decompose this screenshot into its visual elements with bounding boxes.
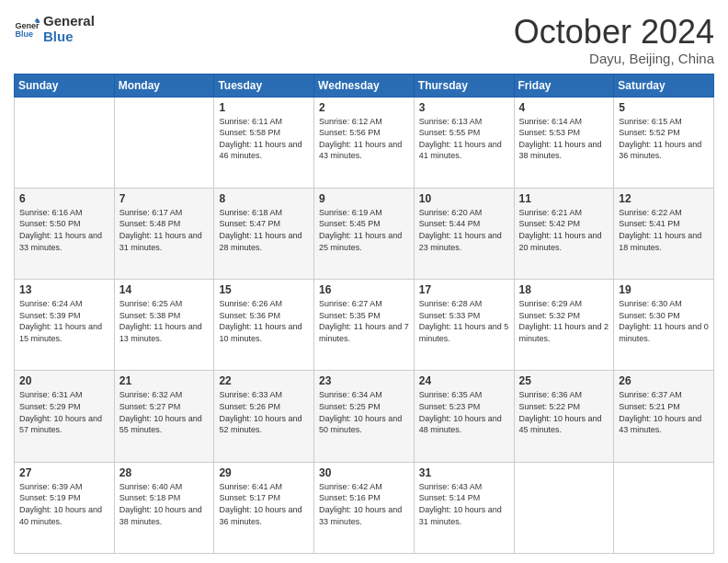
day-number: 28 <box>119 466 210 479</box>
calendar-cell: 25Sunrise: 6:36 AMSunset: 5:22 PMDayligh… <box>514 371 614 462</box>
calendar-cell: 14Sunrise: 6:25 AMSunset: 5:38 PMDayligh… <box>114 280 214 371</box>
calendar-cell: 23Sunrise: 6:34 AMSunset: 5:25 PMDayligh… <box>314 371 415 462</box>
day-number: 2 <box>319 101 409 114</box>
day-info: Sunrise: 6:34 AMSunset: 5:25 PMDaylight:… <box>319 389 409 435</box>
day-number: 19 <box>619 283 709 296</box>
calendar-cell: 15Sunrise: 6:26 AMSunset: 5:36 PMDayligh… <box>214 280 314 371</box>
calendar-cell: 7Sunrise: 6:17 AMSunset: 5:48 PMDaylight… <box>114 188 214 279</box>
day-number: 6 <box>19 192 109 205</box>
calendar-cell: 31Sunrise: 6:43 AMSunset: 5:14 PMDayligh… <box>414 462 514 553</box>
weekday-sunday: Sunday <box>15 74 115 97</box>
day-info: Sunrise: 6:26 AMSunset: 5:36 PMDaylight:… <box>219 298 309 344</box>
day-info: Sunrise: 6:39 AMSunset: 5:19 PMDaylight:… <box>19 481 109 527</box>
calendar-cell: 30Sunrise: 6:42 AMSunset: 5:16 PMDayligh… <box>314 462 415 553</box>
weekday-friday: Friday <box>514 74 614 97</box>
calendar-cell: 20Sunrise: 6:31 AMSunset: 5:29 PMDayligh… <box>15 371 115 462</box>
calendar-cell: 19Sunrise: 6:30 AMSunset: 5:30 PMDayligh… <box>614 280 714 371</box>
day-number: 4 <box>519 101 609 114</box>
day-info: Sunrise: 6:14 AMSunset: 5:53 PMDaylight:… <box>519 116 609 162</box>
day-number: 25 <box>519 374 609 387</box>
day-info: Sunrise: 6:29 AMSunset: 5:32 PMDaylight:… <box>519 298 609 344</box>
day-info: Sunrise: 6:31 AMSunset: 5:29 PMDaylight:… <box>19 389 109 435</box>
day-number: 12 <box>619 192 709 205</box>
day-info: Sunrise: 6:13 AMSunset: 5:55 PMDaylight:… <box>419 116 509 162</box>
day-number: 27 <box>19 466 109 479</box>
day-info: Sunrise: 6:22 AMSunset: 5:41 PMDaylight:… <box>619 207 709 253</box>
calendar-week-1: 6Sunrise: 6:16 AMSunset: 5:50 PMDaylight… <box>15 188 714 279</box>
calendar-cell: 4Sunrise: 6:14 AMSunset: 5:53 PMDaylight… <box>514 97 614 188</box>
day-number: 24 <box>419 374 509 387</box>
day-info: Sunrise: 6:28 AMSunset: 5:33 PMDaylight:… <box>419 298 509 344</box>
weekday-monday: Monday <box>114 74 214 97</box>
calendar-cell: 8Sunrise: 6:18 AMSunset: 5:47 PMDaylight… <box>214 188 314 279</box>
calendar-cell: 22Sunrise: 6:33 AMSunset: 5:26 PMDayligh… <box>214 371 314 462</box>
calendar-cell: 29Sunrise: 6:41 AMSunset: 5:17 PMDayligh… <box>214 462 314 553</box>
day-info: Sunrise: 6:33 AMSunset: 5:26 PMDaylight:… <box>219 389 309 435</box>
day-number: 11 <box>519 192 609 205</box>
day-info: Sunrise: 6:43 AMSunset: 5:14 PMDaylight:… <box>419 481 509 527</box>
svg-text:Blue: Blue <box>15 29 33 39</box>
day-number: 9 <box>319 192 409 205</box>
logo-line2: Blue <box>43 29 95 45</box>
day-number: 16 <box>319 283 409 296</box>
calendar-cell: 13Sunrise: 6:24 AMSunset: 5:39 PMDayligh… <box>15 280 115 371</box>
day-number: 20 <box>19 374 109 387</box>
day-number: 18 <box>519 283 609 296</box>
day-info: Sunrise: 6:32 AMSunset: 5:27 PMDaylight:… <box>119 389 210 435</box>
day-number: 1 <box>219 101 309 114</box>
day-info: Sunrise: 6:35 AMSunset: 5:23 PMDaylight:… <box>419 389 509 435</box>
calendar-cell: 16Sunrise: 6:27 AMSunset: 5:35 PMDayligh… <box>314 280 415 371</box>
day-info: Sunrise: 6:24 AMSunset: 5:39 PMDaylight:… <box>19 298 109 344</box>
day-info: Sunrise: 6:18 AMSunset: 5:47 PMDaylight:… <box>219 207 309 253</box>
location: Dayu, Beijing, China <box>514 51 714 66</box>
calendar-cell: 21Sunrise: 6:32 AMSunset: 5:27 PMDayligh… <box>114 371 214 462</box>
day-info: Sunrise: 6:17 AMSunset: 5:48 PMDaylight:… <box>119 207 210 253</box>
weekday-saturday: Saturday <box>614 74 714 97</box>
calendar-cell <box>614 462 714 553</box>
day-number: 26 <box>619 374 709 387</box>
day-info: Sunrise: 6:12 AMSunset: 5:56 PMDaylight:… <box>319 116 409 162</box>
day-number: 10 <box>419 192 509 205</box>
calendar-cell: 24Sunrise: 6:35 AMSunset: 5:23 PMDayligh… <box>414 371 514 462</box>
day-number: 8 <box>219 192 309 205</box>
day-number: 13 <box>19 283 109 296</box>
calendar-body: 1Sunrise: 6:11 AMSunset: 5:58 PMDaylight… <box>15 97 714 553</box>
calendar-table: SundayMondayTuesdayWednesdayThursdayFrid… <box>14 74 714 554</box>
title-area: October 2024 Dayu, Beijing, China <box>514 14 714 66</box>
day-number: 5 <box>619 101 709 114</box>
calendar-cell: 27Sunrise: 6:39 AMSunset: 5:19 PMDayligh… <box>15 462 115 553</box>
logo-line1: General <box>43 14 95 29</box>
day-info: Sunrise: 6:40 AMSunset: 5:18 PMDaylight:… <box>119 481 210 527</box>
calendar-cell: 1Sunrise: 6:11 AMSunset: 5:58 PMDaylight… <box>214 97 314 188</box>
page: General Blue General Blue October 2024 D… <box>0 0 728 563</box>
month-title: October 2024 <box>514 14 714 51</box>
logo-icon: General Blue <box>14 17 40 42</box>
weekday-header-row: SundayMondayTuesdayWednesdayThursdayFrid… <box>15 74 714 97</box>
calendar-cell: 2Sunrise: 6:12 AMSunset: 5:56 PMDaylight… <box>314 97 415 188</box>
calendar-cell: 12Sunrise: 6:22 AMSunset: 5:41 PMDayligh… <box>614 188 714 279</box>
calendar-week-3: 20Sunrise: 6:31 AMSunset: 5:29 PMDayligh… <box>15 371 714 462</box>
day-number: 15 <box>219 283 309 296</box>
weekday-thursday: Thursday <box>414 74 514 97</box>
day-info: Sunrise: 6:16 AMSunset: 5:50 PMDaylight:… <box>19 207 109 253</box>
day-info: Sunrise: 6:21 AMSunset: 5:42 PMDaylight:… <box>519 207 609 253</box>
calendar-week-0: 1Sunrise: 6:11 AMSunset: 5:58 PMDaylight… <box>15 97 714 188</box>
day-number: 29 <box>219 466 309 479</box>
day-info: Sunrise: 6:19 AMSunset: 5:45 PMDaylight:… <box>319 207 409 253</box>
day-number: 7 <box>119 192 210 205</box>
calendar-cell: 5Sunrise: 6:15 AMSunset: 5:52 PMDaylight… <box>614 97 714 188</box>
day-number: 21 <box>119 374 210 387</box>
calendar-cell: 28Sunrise: 6:40 AMSunset: 5:18 PMDayligh… <box>114 462 214 553</box>
weekday-tuesday: Tuesday <box>214 74 314 97</box>
day-number: 23 <box>319 374 409 387</box>
calendar-cell: 11Sunrise: 6:21 AMSunset: 5:42 PMDayligh… <box>514 188 614 279</box>
calendar-cell: 6Sunrise: 6:16 AMSunset: 5:50 PMDaylight… <box>15 188 115 279</box>
calendar-cell: 9Sunrise: 6:19 AMSunset: 5:45 PMDaylight… <box>314 188 415 279</box>
day-info: Sunrise: 6:15 AMSunset: 5:52 PMDaylight:… <box>619 116 709 162</box>
logo: General Blue General Blue <box>14 14 95 44</box>
day-number: 31 <box>419 466 509 479</box>
day-number: 14 <box>119 283 210 296</box>
day-number: 3 <box>419 101 509 114</box>
calendar-cell: 26Sunrise: 6:37 AMSunset: 5:21 PMDayligh… <box>614 371 714 462</box>
day-info: Sunrise: 6:27 AMSunset: 5:35 PMDaylight:… <box>319 298 409 344</box>
